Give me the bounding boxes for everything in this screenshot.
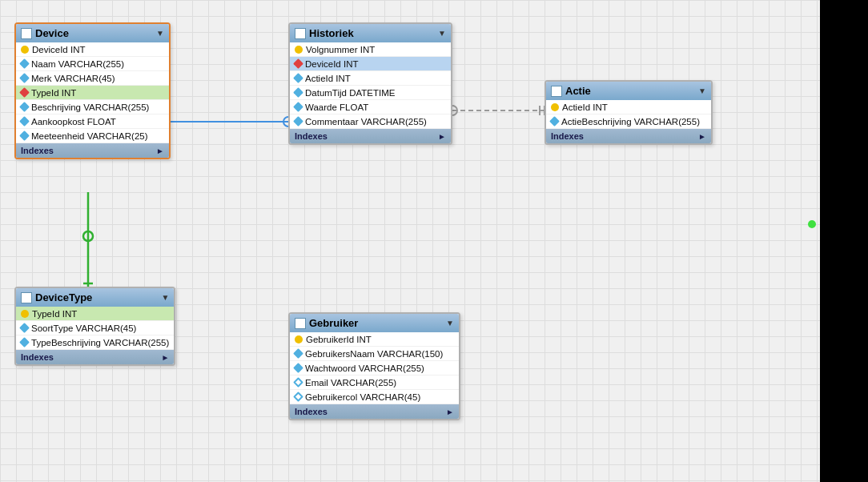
diamond-empty-icon	[293, 377, 303, 388]
indexes-arrow: ►	[161, 353, 169, 362]
field-label: Commentaar VARCHAR(255)	[305, 117, 427, 127]
table-actie-header: Actie ▼	[546, 82, 711, 100]
diamond-red-icon	[19, 87, 30, 98]
table-devicetype-indexes[interactable]: Indexes ►	[16, 350, 174, 364]
field-label: TypeBeschrijving VARCHAR(255)	[31, 338, 169, 347]
table-device-header: Device ▼	[16, 24, 169, 42]
field-label: Waarde FLOAT	[305, 102, 368, 112]
field-label: Volgnummer INT	[306, 45, 375, 54]
field-label: ActieBeschrijving VARCHAR(255)	[561, 117, 700, 127]
table-devicetype[interactable]: DeviceType ▼ TypeId INT SoortType VARCHA…	[14, 287, 175, 366]
table-device-name: Device	[35, 27, 69, 39]
field-label: DatumTijd DATETIME	[305, 88, 395, 98]
table-row: DeviceId INT	[290, 57, 451, 71]
key-icon	[295, 335, 303, 343]
diamond-icon	[293, 348, 303, 359]
diamond-icon	[19, 116, 30, 127]
table-actie-dropdown[interactable]: ▼	[698, 86, 706, 95]
table-devicetype-header: DeviceType ▼	[16, 288, 174, 307]
table-devicetype-name: DeviceType	[35, 291, 92, 303]
table-device-dropdown[interactable]: ▼	[156, 29, 164, 38]
diamond-icon	[293, 87, 303, 98]
field-label: DeviceId INT	[32, 45, 85, 54]
table-actie-rows: ActieId INT ActieBeschrijving VARCHAR(25…	[546, 100, 711, 129]
table-historiek[interactable]: Historiek ▼ Volgnummer INT DeviceId INT …	[288, 22, 452, 145]
diamond-empty-icon	[293, 392, 303, 402]
key-icon	[21, 310, 29, 318]
indexes-label: Indexes	[295, 407, 328, 416]
field-label: GebruikerId INT	[306, 335, 372, 344]
table-devicetype-rows: TypeId INT SoortType VARCHAR(45) TypeBes…	[16, 307, 174, 350]
table-actie-icon	[551, 86, 562, 97]
indexes-arrow: ►	[156, 147, 164, 155]
table-row: Wachtwoord VARCHAR(255)	[290, 361, 459, 376]
field-label: TypeId INT	[31, 88, 76, 98]
table-gebruiker-dropdown[interactable]: ▼	[446, 319, 454, 327]
field-label: Beschrijving VARCHAR(255)	[31, 102, 149, 112]
field-label: DeviceId INT	[305, 59, 358, 69]
diamond-icon	[19, 102, 30, 112]
table-gebruiker[interactable]: Gebruiker ▼ GebruikerId INT GebruikersNa…	[288, 312, 460, 420]
field-label: SoortType VARCHAR(45)	[31, 323, 136, 333]
svg-point-9	[83, 231, 93, 241]
indexes-label: Indexes	[21, 352, 54, 362]
table-row: Beschrijving VARCHAR(255)	[16, 100, 169, 114]
field-label: Aankoopkost FLOAT	[31, 117, 116, 127]
table-row: DeviceId INT	[16, 42, 169, 57]
field-label: Naam VARCHAR(255)	[31, 59, 124, 69]
field-label: Email VARCHAR(255)	[305, 378, 396, 388]
table-row: ActieBeschrijving VARCHAR(255)	[546, 114, 711, 129]
table-gebruiker-name: Gebruiker	[309, 317, 358, 329]
indexes-label: Indexes	[21, 146, 54, 155]
key-icon	[551, 103, 559, 111]
diamond-icon	[19, 323, 30, 333]
diamond-red-icon	[293, 58, 303, 69]
table-actie[interactable]: Actie ▼ ActieId INT ActieBeschrijving VA…	[545, 80, 713, 145]
table-gebruiker-indexes[interactable]: Indexes ►	[290, 404, 459, 419]
table-device-rows: DeviceId INT Naam VARCHAR(255) Merk VARC…	[16, 42, 169, 143]
indexes-arrow: ►	[446, 408, 454, 416]
field-label: Merk VARCHAR(45)	[31, 74, 115, 83]
table-historiek-rows: Volgnummer INT DeviceId INT ActieId INT …	[290, 42, 451, 129]
field-label: Meeteenheid VARCHAR(25)	[31, 131, 148, 141]
table-row: DatumTijd DATETIME	[290, 86, 451, 100]
right-panel	[820, 0, 868, 482]
field-label: Gebruikercol VARCHAR(45)	[305, 392, 420, 402]
field-label: ActieId INT	[562, 102, 608, 112]
diagram-canvas[interactable]: Device ▼ DeviceId INT Naam VARCHAR(255) …	[0, 0, 868, 482]
field-label: GebruikersNaam VARCHAR(150)	[305, 349, 443, 359]
table-historiek-icon	[295, 28, 306, 39]
table-gebruiker-rows: GebruikerId INT GebruikersNaam VARCHAR(1…	[290, 332, 459, 404]
diamond-icon	[19, 131, 30, 141]
diamond-icon	[19, 58, 30, 69]
table-historiek-indexes[interactable]: Indexes ►	[290, 129, 451, 143]
table-row: Email VARCHAR(255)	[290, 376, 459, 390]
table-device-icon	[21, 28, 32, 39]
table-row: TypeBeschrijving VARCHAR(255)	[16, 335, 174, 350]
table-actie-indexes[interactable]: Indexes ►	[546, 129, 711, 143]
diamond-icon	[293, 363, 303, 373]
table-actie-name: Actie	[565, 85, 591, 97]
field-label: TypeId INT	[32, 309, 77, 319]
table-row: Aankoopkost FLOAT	[16, 114, 169, 129]
table-device[interactable]: Device ▼ DeviceId INT Naam VARCHAR(255) …	[14, 22, 171, 159]
table-devicetype-dropdown[interactable]: ▼	[161, 293, 169, 302]
table-row: Waarde FLOAT	[290, 100, 451, 114]
table-historiek-dropdown[interactable]: ▼	[438, 29, 446, 38]
diamond-icon	[293, 102, 303, 112]
indexes-label: Indexes	[295, 131, 328, 141]
table-historiek-name: Historiek	[309, 27, 354, 39]
table-device-indexes[interactable]: Indexes ►	[16, 143, 169, 158]
table-row: Gebruikercol VARCHAR(45)	[290, 390, 459, 404]
table-gebruiker-icon	[295, 318, 306, 329]
indexes-arrow: ►	[698, 132, 706, 141]
diamond-icon	[19, 337, 30, 347]
diamond-icon	[549, 116, 560, 127]
table-row: Meeteenheid VARCHAR(25)	[16, 129, 169, 143]
table-gebruiker-header: Gebruiker ▼	[290, 314, 459, 332]
diamond-icon	[293, 73, 303, 83]
table-row: SoortType VARCHAR(45)	[16, 321, 174, 335]
table-row: GebruikersNaam VARCHAR(150)	[290, 347, 459, 361]
table-row: ActieId INT	[546, 100, 711, 114]
table-devicetype-icon	[21, 292, 32, 303]
